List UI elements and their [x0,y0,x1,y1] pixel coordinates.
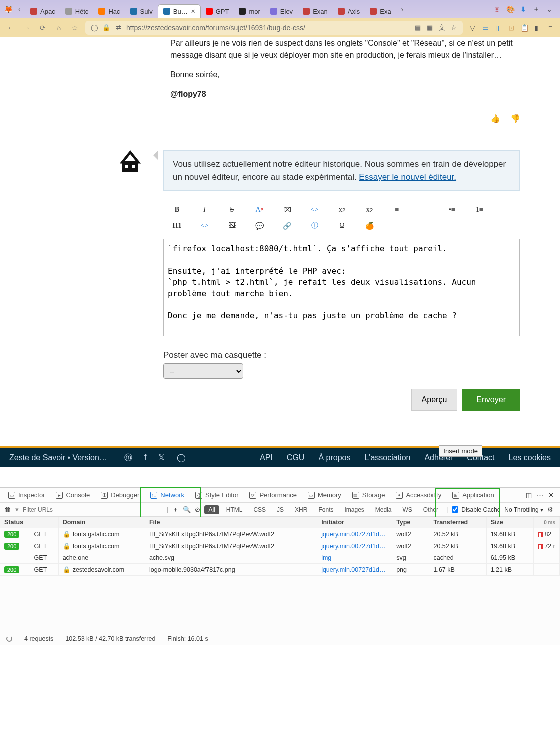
ublock-icon[interactable]: ⛨ [493,5,502,14]
filter-chip[interactable]: JS [273,505,288,514]
sidebar-icon[interactable]: ◧ [533,23,542,32]
browser-tab[interactable]: Hétc [60,5,94,18]
home-button[interactable]: ⌂ [53,22,64,33]
reader-icon[interactable]: ▤ [414,24,422,31]
filter-chip[interactable]: WS [399,505,416,514]
reload-button[interactable]: ⟳ [37,22,48,33]
browser-tab[interactable]: Exa [365,5,396,18]
devtools-dock-icon[interactable]: ◫ [526,491,532,499]
footer-link[interactable]: À propos [318,453,350,462]
footer-link[interactable]: API [260,453,273,462]
github-icon[interactable]: ◯ [177,453,186,463]
firefox-icon[interactable]: 🦊 [3,4,13,14]
facebook-icon[interactable]: f [144,453,146,463]
mastodon-icon[interactable]: ⓜ [124,453,132,463]
filter-chip[interactable]: HTML [222,505,247,514]
expand-tabs-icon[interactable]: ⌄ [545,5,554,14]
filter-chip[interactable]: Media [371,505,396,514]
table-row[interactable]: 200GET🔒fonts.gstatic.comHI_SiYsKILxRpg3h… [0,540,560,552]
browser-tab[interactable]: Apac [25,5,60,18]
dt-tab-perf[interactable]: ⟳Performance [244,488,301,502]
link-button[interactable]: 🔗 [273,218,301,234]
preview-button[interactable]: Aperçu [411,389,458,411]
settings-gear-icon[interactable]: ⚙ [547,506,553,513]
thumbs-up-icon[interactable]: 👍 [490,113,500,125]
thumbs-down-icon[interactable]: 👎 [510,113,520,125]
message-textarea[interactable] [163,239,520,336]
browser-tab[interactable]: mor [234,5,265,18]
send-button[interactable]: Envoyer [462,389,520,411]
column-header[interactable]: File [145,517,317,528]
filter-funnel-icon[interactable]: ▾ [15,506,19,513]
filter-chip[interactable]: All [204,505,219,514]
ul-button[interactable]: •≡ [438,202,466,218]
browser-tab[interactable]: Exan [298,5,333,18]
throttling-select[interactable]: No Throttling ▾ [504,506,543,513]
tool3-icon[interactable]: ◫ [494,23,503,32]
tool2-icon[interactable]: ▭ [481,23,490,32]
browser-tab[interactable]: Elev [265,5,298,18]
subscript-button[interactable]: x2 [356,202,383,218]
casquette-select[interactable]: -- [163,363,243,379]
forward-button[interactable]: → [21,22,32,33]
footer-link[interactable]: Les cookies [509,453,551,462]
table-row[interactable]: 200GET🔒zestedesavoir.comlogo-mobile.9030… [0,564,560,576]
dt-tab-debugger[interactable]: ⦿Debugger [96,488,144,502]
footer-link[interactable]: L'association [364,453,410,462]
browser-tab[interactable]: Suiv [125,5,158,18]
dt-tab-storage[interactable]: ▤Storage [347,488,390,502]
translate-icon[interactable]: 文 [438,23,446,32]
footer-link[interactable]: CGU [287,453,305,462]
twitter-icon[interactable]: 𝕏 [158,453,165,463]
italic-button[interactable]: I [191,202,218,218]
url-input[interactable]: ◯ 🔒 ⇄ https://zestedesavoir.com/forums/s… [85,21,463,35]
column-header[interactable]: Domain [58,517,145,528]
devtools-close-icon[interactable]: ✕ [548,491,554,499]
filter-chip[interactable]: XHR [291,505,311,514]
table-row[interactable]: GETache.oneache.svgimgsvgcached61.95 kB [0,552,560,564]
column-header[interactable]: Type [392,517,429,528]
banner-link[interactable]: Essayer le nouvel éditeur. [359,172,456,182]
dt-tab-inspector[interactable]: ▭Inspector [3,488,50,502]
dt-tab-console[interactable]: ▸Console [51,488,95,502]
superscript-button[interactable]: x2 [328,202,356,218]
devtools-more-icon[interactable]: ⋯ [537,491,543,499]
info-button[interactable]: ⓘ [301,218,328,234]
browser-tab[interactable]: Axis [333,5,365,18]
browser-tab[interactable]: GPT [201,5,234,18]
tab-scroll-left[interactable]: ‹ [14,4,24,14]
bold-button[interactable]: B [163,202,191,218]
quote-button[interactable]: 💬 [246,218,273,234]
keyboard-button[interactable]: ⌧ [273,202,301,218]
heading-button[interactable]: H1 [163,218,191,234]
close-tab-icon[interactable]: ✕ [191,8,195,15]
omega-button[interactable]: Ω [328,218,356,234]
strike-button[interactable]: S [218,202,246,218]
downloads-button[interactable]: ☆ [69,22,80,33]
extension-icon[interactable]: 🎨 [506,5,515,14]
column-header[interactable] [30,517,58,528]
tool4-icon[interactable]: ⊡ [507,23,516,32]
column-header[interactable]: Transferred [429,517,486,528]
clipboard-icon[interactable]: 📋 [520,23,529,32]
table-row[interactable]: 200GET🔒fonts.gstatic.comHI_SiYsKILxRpg3h… [0,528,560,540]
star-icon[interactable]: ☆ [450,24,458,31]
tab-scroll-right[interactable]: › [397,4,407,14]
dt-tab-memory[interactable]: ▭Memory [303,488,346,502]
clear-requests-button[interactable]: 🗑 [3,506,11,513]
filter-chip[interactable]: CSS [249,505,270,514]
back-button[interactable]: ← [5,22,16,33]
filter-chip[interactable]: Fonts [314,505,337,514]
menu-icon[interactable]: ≡ [546,23,555,32]
browser-tab[interactable]: Bu…✕ [158,4,201,18]
column-header[interactable]: 0 ms [533,517,559,528]
column-header[interactable]: Initiator [317,517,392,528]
code-inline-button[interactable]: <> [301,202,328,218]
download-icon[interactable]: ⬇ [519,5,528,14]
clem-button[interactable]: 🍊 [356,218,383,234]
pocket-icon[interactable]: ▽ [468,23,477,32]
abbr-button[interactable]: AB [246,202,273,218]
align-justify-button[interactable]: ≣ [411,202,438,218]
filter-chip[interactable]: Images [340,505,368,514]
column-header[interactable]: Status [0,517,30,528]
